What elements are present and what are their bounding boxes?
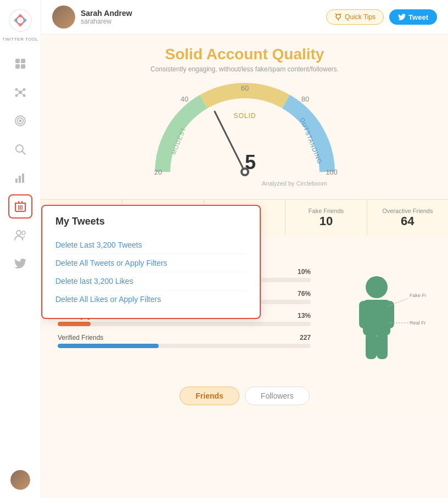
quality-title: Solid Account Quality <box>58 46 432 63</box>
svg-text:Real Friends: 98.37%: Real Friends: 98.37% <box>410 320 426 326</box>
content-area: Solid Account Quality Consistently engag… <box>41 35 448 498</box>
dropdown-item-2[interactable]: Delete last 3,200 Likes <box>55 272 247 290</box>
sidebar-item-delete[interactable] <box>8 194 32 219</box>
twitter-icon <box>398 13 406 21</box>
header-actions: Quick Tips Tweet <box>326 9 437 25</box>
sidebar-item-analytics[interactable] <box>8 166 32 190</box>
stat-overactive-label: Overactive Friends <box>373 208 443 214</box>
bar-fill-verified <box>58 344 159 348</box>
bar-pct-low: 13% <box>298 312 311 320</box>
sidebar: TWITTER TOOL <box>0 0 41 498</box>
svg-text:100: 100 <box>326 168 338 176</box>
quick-tips-label: Quick Tips <box>345 13 376 21</box>
sidebar-item-search[interactable] <box>8 137 32 161</box>
bar-label-verified: Verified Friends <box>58 334 103 342</box>
svg-text:Fake Friends: 1.63%: Fake Friends: 1.63% <box>410 293 426 298</box>
quality-title-rest: Account Quality <box>203 46 324 63</box>
svg-line-44 <box>215 111 245 172</box>
svg-rect-2 <box>15 59 20 63</box>
svg-point-32 <box>336 14 340 19</box>
quality-gauge: 20 40 60 80 100 MODEST SOLID OUTSTANDING <box>130 79 360 188</box>
svg-line-14 <box>20 92 24 96</box>
svg-text:SOLID: SOLID <box>233 112 256 120</box>
stat-fake-value: 10 <box>291 214 361 228</box>
gauge-container: 20 40 60 80 100 MODEST SOLID OUTSTANDING <box>58 79 432 188</box>
tweet-label: Tweet <box>408 13 428 21</box>
quality-title-highlight: Solid <box>165 46 203 63</box>
svg-text:80: 80 <box>301 95 309 103</box>
svg-text:Analyzed by Circleboom: Analyzed by Circleboom <box>261 180 327 187</box>
svg-point-17 <box>19 120 22 122</box>
quality-section: Solid Account Quality Consistently engag… <box>41 35 448 199</box>
tab-followers[interactable]: Followers <box>245 387 310 405</box>
main-content: Sarah Andrew saraharew Quick Tips Tweet <box>41 0 448 498</box>
bar-track-low <box>58 322 311 326</box>
dropdown-item-3[interactable]: Delete All Likes or Apply Filters <box>55 290 247 308</box>
header-avatar <box>52 5 75 29</box>
svg-line-13 <box>16 92 20 96</box>
stat-overactive-value: 64 <box>373 214 443 228</box>
lightbulb-icon <box>334 13 342 21</box>
svg-rect-4 <box>15 64 20 69</box>
svg-point-30 <box>16 231 21 235</box>
svg-line-35 <box>340 14 341 15</box>
svg-text:5: 5 <box>244 151 255 174</box>
svg-line-19 <box>23 152 26 155</box>
sidebar-item-users[interactable] <box>8 223 32 247</box>
app-title: TWITTER TOOL <box>2 37 38 42</box>
bar-track-verified <box>58 344 311 348</box>
svg-point-51 <box>366 276 388 298</box>
header-user: Sarah Andrew saraharew <box>52 5 132 29</box>
sidebar-item-twitter[interactable] <box>8 251 32 276</box>
user-avatar-small[interactable] <box>10 470 30 490</box>
person-figure: Fake Friends: 1.63% Real Friends: 98.37% <box>322 268 432 367</box>
svg-line-34 <box>335 14 337 15</box>
bar-row-verified: Verified Friends 227 <box>58 334 311 348</box>
stat-fake-label: Fake Friends <box>291 208 361 214</box>
svg-rect-22 <box>22 174 24 183</box>
tweet-button[interactable]: Tweet <box>389 9 437 25</box>
bar-pct-verified: 227 <box>300 334 311 342</box>
svg-point-1 <box>17 17 24 24</box>
header-handle: saraharew <box>81 18 132 25</box>
sidebar-item-network[interactable] <box>8 80 32 104</box>
svg-rect-56 <box>377 333 388 359</box>
sidebar-item-dashboard[interactable] <box>8 52 32 76</box>
tabs-section: Friends Followers <box>41 378 448 411</box>
my-tweets-dropdown: My Tweets Delete Last 3,200 Tweets Delet… <box>41 205 261 319</box>
bar-fill-low <box>58 322 91 326</box>
stat-overactive-friends: Overactive Friends 64 <box>367 200 448 236</box>
quality-subtitle: Consistently engaging, without/less fake… <box>58 65 432 73</box>
svg-point-31 <box>22 231 25 234</box>
bar-pct-mid: 76% <box>298 290 311 298</box>
header: Sarah Andrew saraharew Quick Tips Tweet <box>41 0 448 35</box>
svg-text:40: 40 <box>180 95 188 103</box>
header-username: Sarah Andrew <box>81 9 132 18</box>
svg-text:60: 60 <box>240 84 248 92</box>
svg-rect-55 <box>366 333 377 359</box>
dropdown-title: My Tweets <box>55 216 247 227</box>
stat-fake-friends: Fake Friends 10 <box>285 200 367 236</box>
svg-rect-20 <box>15 178 18 183</box>
svg-rect-21 <box>19 176 21 183</box>
svg-text:20: 20 <box>154 168 161 176</box>
person-svg: Fake Friends: 1.63% Real Friends: 98.37% <box>327 268 426 367</box>
dropdown-item-1[interactable]: Delete All Tweets or Apply Filters <box>55 254 247 272</box>
bar-pct-high: 10% <box>298 268 311 276</box>
svg-rect-3 <box>21 59 25 63</box>
sidebar-item-target[interactable] <box>8 109 32 133</box>
header-user-info: Sarah Andrew saraharew <box>81 9 132 25</box>
dropdown-item-0[interactable]: Delete Last 3,200 Tweets <box>55 236 247 254</box>
svg-rect-5 <box>21 64 25 69</box>
svg-rect-53 <box>359 301 369 328</box>
sidebar-bottom <box>10 470 30 490</box>
tab-friends[interactable]: Friends <box>180 387 239 405</box>
app-logo <box>8 8 32 35</box>
quick-tips-button[interactable]: Quick Tips <box>326 9 384 25</box>
sidebar-navigation <box>8 52 32 470</box>
svg-rect-54 <box>384 301 394 328</box>
